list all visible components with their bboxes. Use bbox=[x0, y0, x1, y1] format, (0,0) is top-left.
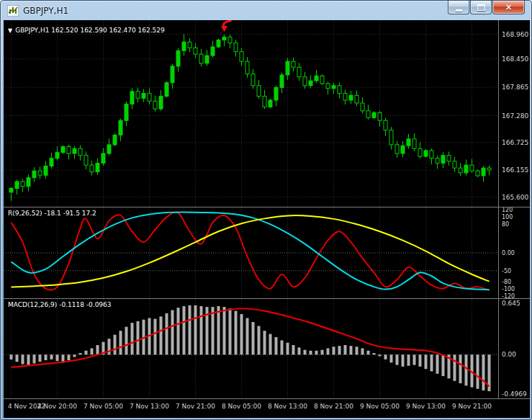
close-icon: × bbox=[505, 3, 512, 12]
chart-area[interactable]: 168.960168.450167.865167.280166.725166.1… bbox=[4, 20, 530, 418]
application-window: GBPJPY,H1 × 168.960168.450167.865167.280… bbox=[0, 0, 532, 420]
time-axis-label: 7 Nov 21:00 bbox=[176, 403, 215, 410]
macd-canvas[interactable]: 0.6450.00-0.4969 bbox=[4, 299, 530, 398]
restore-icon bbox=[477, 4, 485, 11]
minimize-icon bbox=[456, 9, 462, 12]
oscillator-label: R(9,26,52) -18.1 -91.5 17.2 bbox=[8, 210, 96, 217]
symbol-dropdown-marker[interactable]: ▼ bbox=[8, 27, 12, 34]
time-axis-label: 7 Nov 05:00 bbox=[84, 403, 123, 410]
ohlc-readout: ▼GBPJPY,H1 162.520 162.590 162.470 162.5… bbox=[8, 27, 165, 34]
time-axis-label: 8 Nov 05:00 bbox=[222, 403, 261, 410]
ohlc-text: GBPJPY,H1 162.520 162.590 162.470 162.52… bbox=[15, 27, 165, 34]
titlebar[interactable]: GBPJPY,H1 × bbox=[1, 1, 531, 20]
time-axis-label: 7 Nov 13:00 bbox=[130, 403, 169, 410]
macd-label: MACD(12,26,9) -0.1118 -0.0963 bbox=[8, 301, 112, 308]
time-axis-label: 9 Nov 13:00 bbox=[406, 403, 446, 410]
maximize-button[interactable] bbox=[470, 1, 492, 14]
time-axis-label: 4 Nov 20:00 bbox=[37, 403, 77, 410]
oscillator-canvas[interactable]: 120100800.00-50-80-100-120 bbox=[4, 207, 530, 298]
price-axis[interactable] bbox=[499, 20, 530, 399]
chart-window-icon bbox=[7, 5, 19, 17]
close-button[interactable]: × bbox=[492, 1, 525, 14]
time-axis[interactable]: 4 Nov 20224 Nov 20:007 Nov 05:007 Nov 13… bbox=[4, 399, 530, 418]
window-title: GBPJPY,H1 bbox=[23, 6, 68, 16]
time-axis-label: 9 Nov 21:00 bbox=[452, 403, 492, 410]
time-axis-label: 8 Nov 21:00 bbox=[314, 403, 353, 410]
window-controls: × bbox=[447, 1, 525, 14]
minimize-button[interactable] bbox=[448, 1, 469, 14]
time-axis-label: 8 Nov 13:00 bbox=[268, 403, 307, 410]
price-chart-canvas[interactable]: 168.960168.450167.865167.280166.725166.1… bbox=[4, 20, 530, 207]
time-axis-label: 9 Nov 05:00 bbox=[360, 403, 400, 410]
